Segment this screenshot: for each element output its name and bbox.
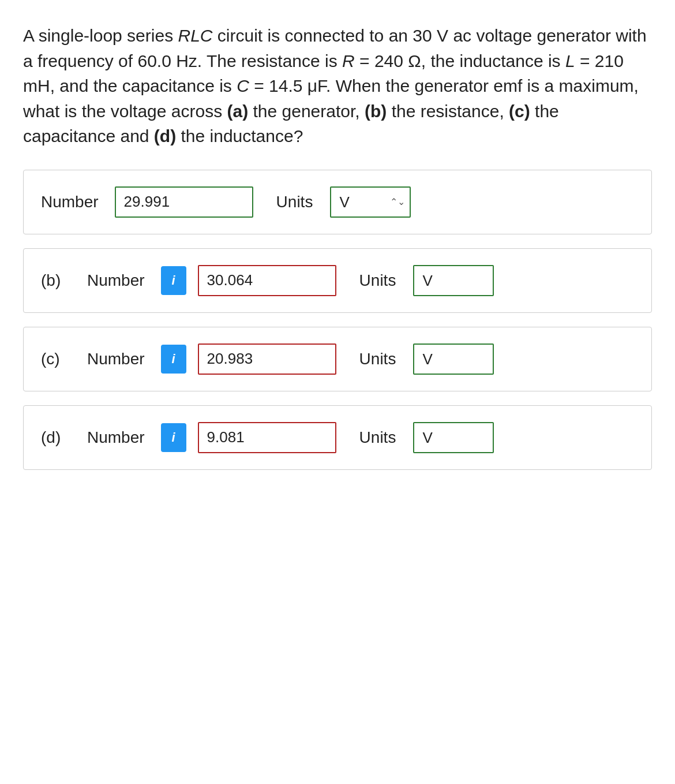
number-input-c[interactable]	[198, 344, 336, 375]
row-label-d: (d)	[41, 428, 76, 447]
number-label-b: Number	[87, 271, 145, 290]
units-select-b[interactable]: V mV kV	[413, 265, 494, 296]
info-button-c[interactable]: i	[161, 345, 186, 374]
row-label-c: (c)	[41, 350, 76, 368]
answer-row-a: Number Units V mV kV ⌃⌄	[23, 170, 652, 234]
info-button-d[interactable]: i	[161, 423, 186, 452]
units-select-wrapper-a: V mV kV ⌃⌄	[330, 186, 411, 218]
units-select-wrapper-c: V mV kV	[413, 344, 494, 375]
units-label-b: Units	[359, 271, 396, 290]
units-label-d: Units	[359, 428, 396, 447]
units-select-c[interactable]: V mV kV	[413, 344, 494, 375]
number-label-a: Number	[41, 193, 99, 211]
units-select-a[interactable]: V mV kV	[330, 186, 411, 218]
units-select-wrapper-b: V mV kV	[413, 265, 494, 296]
answer-row-b: (b) Number i Units V mV kV	[23, 248, 652, 313]
units-label-c: Units	[359, 350, 396, 368]
number-input-a[interactable]	[115, 186, 253, 218]
units-select-d[interactable]: V mV kV	[413, 422, 494, 453]
answer-row-c: (c) Number i Units V mV kV	[23, 327, 652, 391]
number-input-d[interactable]	[198, 422, 336, 453]
answer-row-d: (d) Number i Units V mV kV	[23, 405, 652, 470]
info-button-b[interactable]: i	[161, 266, 186, 295]
units-select-wrapper-d: V mV kV	[413, 422, 494, 453]
number-label-c: Number	[87, 350, 145, 368]
row-label-b: (b)	[41, 271, 76, 290]
number-label-d: Number	[87, 428, 145, 447]
units-label-a: Units	[276, 193, 313, 211]
problem-text: A single-loop series RLC circuit is conn…	[23, 23, 652, 149]
number-input-b[interactable]	[198, 265, 336, 296]
